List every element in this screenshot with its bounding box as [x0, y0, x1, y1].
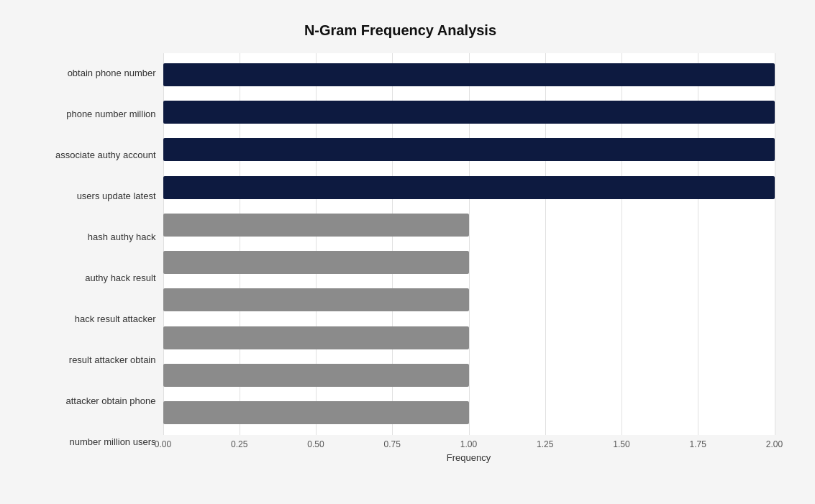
chart-container: N-Gram Frequency Analysis obtain phone n… — [12, 8, 803, 497]
bar — [163, 138, 775, 161]
bar-row — [163, 284, 775, 316]
bar — [163, 401, 469, 424]
x-axis-label: Frequency — [163, 452, 775, 463]
bar-row — [163, 134, 775, 165]
bar-row — [163, 172, 775, 203]
y-labels: obtain phone numberphone number milliona… — [27, 53, 163, 463]
grid-and-bars — [163, 53, 775, 435]
bar-row — [163, 96, 775, 128]
bar-row — [163, 59, 775, 91]
y-label: attacker obtain phone — [27, 382, 156, 421]
y-label: hack result attacker — [27, 300, 156, 339]
x-tick: 2.00 — [763, 439, 786, 449]
y-label: users update latest — [27, 177, 156, 216]
bar-row — [163, 247, 775, 278]
bar-row — [163, 397, 775, 429]
bar — [163, 176, 775, 199]
x-tick: 1.00 — [457, 439, 481, 449]
x-axis: 0.000.250.500.751.001.251.501.752.00 — [163, 435, 775, 449]
grid-line — [775, 53, 775, 435]
bar — [163, 101, 775, 124]
y-label: phone number million — [27, 95, 156, 134]
x-tick: 0.25 — [228, 439, 251, 449]
bars-wrapper — [163, 53, 775, 435]
y-label: obtain phone number — [27, 54, 156, 93]
x-tick: 1.75 — [686, 439, 709, 449]
x-tick: 1.50 — [610, 439, 633, 449]
bar — [163, 214, 469, 237]
y-label: number million users — [27, 423, 156, 462]
bar — [163, 288, 469, 311]
x-tick: 0.50 — [304, 439, 327, 449]
y-label: result attacker obtain — [27, 341, 156, 380]
bar — [163, 251, 469, 274]
chart-title: N-Gram Frequency Analysis — [27, 22, 775, 39]
bar — [163, 364, 469, 387]
x-tick: 0.75 — [381, 439, 404, 449]
bar-row — [163, 209, 775, 241]
bar — [163, 326, 469, 349]
bar-row — [163, 359, 775, 391]
x-tick: 0.00 — [152, 439, 175, 449]
y-label: hash authy hack — [27, 218, 156, 257]
bar — [163, 63, 775, 86]
plot-area: 0.000.250.500.751.001.251.501.752.00 Fre… — [163, 53, 775, 463]
y-label: authy hack result — [27, 259, 156, 298]
x-tick: 1.25 — [534, 439, 557, 449]
chart-area: obtain phone numberphone number milliona… — [27, 53, 775, 463]
y-label: associate authy account — [27, 136, 156, 175]
bar-row — [163, 322, 775, 354]
